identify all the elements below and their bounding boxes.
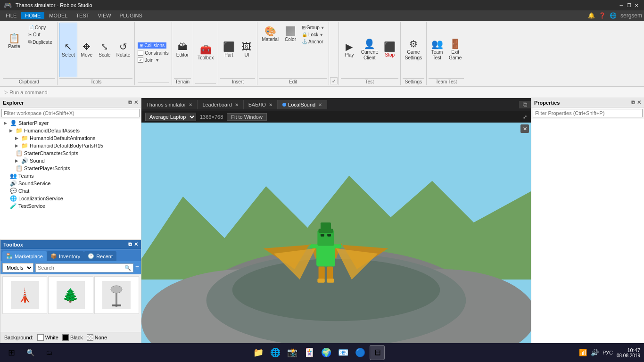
tree-item[interactable]: ▶ 👤 StarterPlayer bbox=[0, 119, 141, 127]
tree-item[interactable]: 👥 Teams bbox=[0, 172, 141, 180]
toolbox-item-tower[interactable]: 🗼 bbox=[2, 276, 47, 314]
exit-game-button[interactable]: 🚪 Exit Game bbox=[446, 38, 464, 62]
toolbox-item-tree[interactable]: 🌲 bbox=[48, 276, 93, 314]
close-button[interactable]: ✕ bbox=[633, 1, 640, 9]
resolution-preset-select[interactable]: Average Laptop bbox=[145, 113, 196, 121]
toolbox-close-button[interactable]: ✕ bbox=[134, 241, 138, 247]
taskbar-solitaire[interactable]: 🃏 bbox=[302, 345, 317, 360]
tree-item[interactable]: 📋 StarterCharacterScripts bbox=[0, 149, 141, 157]
lock-dropdown[interactable]: ▼ bbox=[319, 33, 323, 37]
explorer-close-button[interactable]: ✕ bbox=[134, 99, 138, 106]
explorer-float-button[interactable]: ⧉ bbox=[128, 99, 132, 106]
paste-button[interactable]: 📋 Paste bbox=[3, 23, 25, 60]
join-checkbox[interactable]: ✓ bbox=[138, 57, 143, 63]
toolbox-button[interactable]: 🧰 Toolbox bbox=[195, 41, 216, 65]
restore-button[interactable]: ❐ bbox=[625, 1, 633, 9]
cut-button[interactable]: ✂ Cut bbox=[26, 32, 54, 38]
minimize-button[interactable]: ─ bbox=[618, 1, 625, 9]
part-button[interactable]: ⬛ Part bbox=[220, 38, 237, 62]
properties-close-button[interactable]: ✕ bbox=[637, 99, 641, 106]
tab-leaderboard[interactable]: Leaderboard ✕ bbox=[198, 100, 243, 109]
toolbox-item-lamp[interactable] bbox=[94, 276, 139, 314]
properties-float-button[interactable]: ⧉ bbox=[631, 99, 635, 106]
join-dropdown[interactable]: ▼ bbox=[155, 58, 160, 63]
viewport-close-button[interactable]: ✕ bbox=[520, 124, 529, 134]
tree-item[interactable]: ▶ 🔊 Sound bbox=[0, 157, 141, 165]
menu-home[interactable]: HOME bbox=[21, 12, 44, 19]
menu-view[interactable]: VIEW bbox=[94, 12, 115, 19]
collisions-btn[interactable]: ⊞ Collisions bbox=[138, 42, 166, 49]
duplicate-button[interactable]: ⧉ Duplicate bbox=[26, 39, 54, 45]
group-button[interactable]: ⊞ Group ▼ bbox=[300, 25, 327, 31]
taskbar-file-explorer[interactable]: 📁 bbox=[251, 345, 266, 360]
constraints-toggle[interactable]: Constraints bbox=[138, 50, 169, 56]
tab-close-thanos[interactable]: ✕ bbox=[189, 102, 192, 107]
tab-close-bablo[interactable]: ✕ bbox=[269, 102, 272, 107]
play-button[interactable]: ▶ Play bbox=[341, 38, 358, 62]
game-viewport[interactable]: ✕ bbox=[141, 123, 531, 343]
menu-model[interactable]: MODEL bbox=[45, 12, 71, 19]
inventory-tab[interactable]: 📦 Inventory bbox=[47, 251, 84, 261]
bg-none-option[interactable]: None bbox=[87, 334, 107, 341]
taskbar-photos[interactable]: 📸 bbox=[285, 345, 300, 360]
group-dropdown[interactable]: ▼ bbox=[321, 25, 325, 30]
move-button[interactable]: ✥ Move bbox=[78, 23, 95, 77]
expand-viewport-icon[interactable]: ⤢ bbox=[523, 114, 527, 120]
toolbox-float-button[interactable]: ⧉ bbox=[128, 241, 132, 247]
taskbar-roblox[interactable]: 🔵 bbox=[353, 345, 368, 360]
recent-tab[interactable]: 🕐 Recent bbox=[84, 251, 116, 261]
menu-plugins[interactable]: PLUGINS bbox=[116, 12, 146, 19]
tree-item[interactable]: 🧪 TestService bbox=[0, 202, 141, 210]
scale-button[interactable]: ⤡ Scale bbox=[96, 23, 113, 77]
select-button[interactable]: ↖ Select bbox=[59, 23, 77, 77]
lock-button[interactable]: 🔒 Lock ▼ bbox=[300, 32, 327, 38]
model-type-select[interactable]: Models bbox=[2, 263, 33, 272]
taskbar-studio[interactable]: 🖥 bbox=[370, 345, 385, 360]
copy-button[interactable]: 📄 Copy bbox=[26, 25, 54, 31]
taskbar-mail[interactable]: 📧 bbox=[336, 345, 351, 360]
lang-indicator[interactable]: РУС bbox=[603, 350, 613, 355]
tab-thanos-simulator[interactable]: Thanos simulator ✕ bbox=[141, 100, 198, 109]
tab-close-localsound[interactable]: ✕ bbox=[318, 102, 322, 107]
bg-black-option[interactable]: Black bbox=[62, 334, 83, 341]
start-button[interactable]: ⊞ bbox=[4, 345, 19, 360]
expand-tabs-button[interactable]: ⧉ bbox=[519, 101, 531, 108]
bg-white-option[interactable]: White bbox=[37, 334, 58, 341]
join-toggle[interactable]: ✓ Join ▼ bbox=[138, 57, 169, 63]
ui-button[interactable]: 🖼 UI bbox=[238, 38, 255, 62]
tab-localsound[interactable]: LocalSound ✕ bbox=[278, 100, 327, 109]
taskbar-search-button[interactable]: 🔍 bbox=[23, 345, 38, 360]
tab-bablo[interactable]: БАБЛО ✕ bbox=[244, 100, 278, 109]
rotate-button[interactable]: ↺ Rotate bbox=[114, 23, 132, 77]
taskbar-chrome[interactable]: 🌍 bbox=[319, 345, 334, 360]
collisions-toggle[interactable]: ⊞ Collisions bbox=[138, 42, 169, 49]
constraints-checkbox[interactable] bbox=[138, 50, 143, 56]
filter-options-icon[interactable]: ≡ bbox=[135, 264, 139, 272]
edit-expand-button[interactable]: ⤢ bbox=[330, 77, 338, 84]
tree-item[interactable]: 💬 Chat bbox=[0, 187, 141, 195]
editor-button[interactable]: 🏔 Editor bbox=[174, 38, 191, 62]
current-client-button[interactable]: 👤 Current: Client bbox=[359, 38, 380, 62]
color-button[interactable]: Color bbox=[282, 23, 299, 46]
material-button[interactable]: 🎨 Material bbox=[259, 23, 281, 46]
tree-item[interactable]: 🔊 SoundService bbox=[0, 180, 141, 187]
explorer-filter-input[interactable] bbox=[1, 109, 140, 117]
toolbox-search-input[interactable] bbox=[38, 265, 124, 271]
tree-item[interactable]: ▶ 📁 HumanoidDefaultAnimations bbox=[0, 134, 141, 142]
tree-item[interactable]: ▶ 📁 HumanoidDefaultBodyPartsR15 bbox=[0, 142, 141, 149]
fit-to-window-button[interactable]: Fit to Window bbox=[227, 113, 267, 121]
tree-item[interactable]: 📋 StarterPlayerScripts bbox=[0, 165, 141, 172]
tree-item[interactable]: ▶ 📁 HumanoidDefaultAssets bbox=[0, 127, 141, 134]
menu-test[interactable]: TEST bbox=[72, 12, 93, 19]
anchor-button[interactable]: ⚓ Anchor bbox=[300, 39, 327, 45]
task-view-button[interactable]: 🗂 bbox=[41, 345, 57, 360]
command-input[interactable] bbox=[9, 90, 640, 95]
properties-filter-input[interactable] bbox=[533, 109, 643, 117]
tab-close-leaderboard[interactable]: ✕ bbox=[235, 102, 239, 107]
game-settings-button[interactable]: ⚙ Game Settings bbox=[403, 38, 424, 62]
tree-item[interactable]: 🌐 LocalizationService bbox=[0, 195, 141, 202]
menu-file[interactable]: FILE bbox=[2, 12, 20, 19]
stop-button[interactable]: ⬛ Stop bbox=[381, 38, 398, 62]
taskbar-ie[interactable]: 🌐 bbox=[268, 345, 283, 360]
marketplace-tab[interactable]: 🏪 Marketplace bbox=[2, 251, 47, 261]
